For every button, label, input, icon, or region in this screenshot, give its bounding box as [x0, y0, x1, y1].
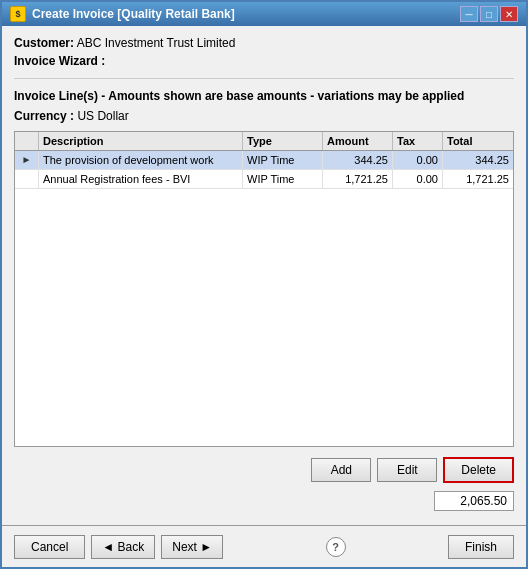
row-description-2: Annual Registration fees - BVI: [39, 170, 243, 188]
action-row: Add Edit Delete: [14, 451, 514, 487]
table-row[interactable]: ► The provision of development work WIP …: [15, 151, 513, 170]
row-arrow-1: ►: [15, 151, 39, 169]
customer-value: ABC Investment Trust Limited: [77, 36, 236, 50]
row-amount-1: 344.25: [323, 151, 393, 169]
row-amount-2: 1,721.25: [323, 170, 393, 188]
minimize-button[interactable]: ─: [460, 6, 478, 22]
customer-line: Customer: ABC Investment Trust Limited: [14, 36, 514, 50]
add-button[interactable]: Add: [311, 458, 371, 482]
footer-right: Finish: [448, 535, 514, 559]
row-type-2: WIP Time: [243, 170, 323, 188]
col-header-arrow: [15, 132, 39, 150]
col-header-description: Description: [39, 132, 243, 150]
cancel-button[interactable]: Cancel: [14, 535, 85, 559]
invoice-table: Description Type Amount Tax Total ► The …: [14, 131, 514, 447]
row-tax-2: 0.00: [393, 170, 443, 188]
window-title: Create Invoice [Quality Retail Bank]: [32, 7, 235, 21]
delete-button[interactable]: Delete: [443, 457, 514, 483]
footer: Cancel ◄ Back Next ► ? Finish: [2, 525, 526, 567]
currency-value: US Dollar: [77, 109, 128, 123]
app-icon: $: [10, 6, 26, 22]
title-controls: ─ □ ✕: [460, 6, 518, 22]
back-button[interactable]: ◄ Back: [91, 535, 155, 559]
row-total-1: 344.25: [443, 151, 513, 169]
invoice-wizard-label: Invoice Wizard :: [14, 54, 514, 68]
table-row[interactable]: Annual Registration fees - BVI WIP Time …: [15, 170, 513, 189]
table-body: ► The provision of development work WIP …: [15, 151, 513, 446]
divider: [14, 78, 514, 79]
title-bar-left: $ Create Invoice [Quality Retail Bank]: [10, 6, 235, 22]
currency-line: Currency : US Dollar: [14, 109, 514, 123]
title-bar: $ Create Invoice [Quality Retail Bank] ─…: [2, 2, 526, 26]
table-header: Description Type Amount Tax Total: [15, 132, 513, 151]
total-value: 2,065.50: [434, 491, 514, 511]
footer-center: ?: [326, 537, 346, 557]
next-button[interactable]: Next ►: [161, 535, 223, 559]
main-window: $ Create Invoice [Quality Retail Bank] ─…: [0, 0, 528, 569]
maximize-button[interactable]: □: [480, 6, 498, 22]
help-button[interactable]: ?: [326, 537, 346, 557]
edit-button[interactable]: Edit: [377, 458, 437, 482]
row-type-1: WIP Time: [243, 151, 323, 169]
row-total-2: 1,721.25: [443, 170, 513, 188]
main-content: Customer: ABC Investment Trust Limited I…: [2, 26, 526, 525]
col-header-total: Total: [443, 132, 513, 150]
col-header-amount: Amount: [323, 132, 393, 150]
finish-button[interactable]: Finish: [448, 535, 514, 559]
customer-label: Customer:: [14, 36, 74, 50]
footer-left: Cancel ◄ Back Next ►: [14, 535, 223, 559]
total-row: 2,065.50: [14, 491, 514, 511]
section-header: Invoice Line(s) - Amounts shown are base…: [14, 89, 514, 103]
col-header-tax: Tax: [393, 132, 443, 150]
row-description-1: The provision of development work: [39, 151, 243, 169]
close-button[interactable]: ✕: [500, 6, 518, 22]
row-arrow-2: [15, 170, 39, 188]
currency-label: Currency :: [14, 109, 74, 123]
col-header-type: Type: [243, 132, 323, 150]
row-tax-1: 0.00: [393, 151, 443, 169]
